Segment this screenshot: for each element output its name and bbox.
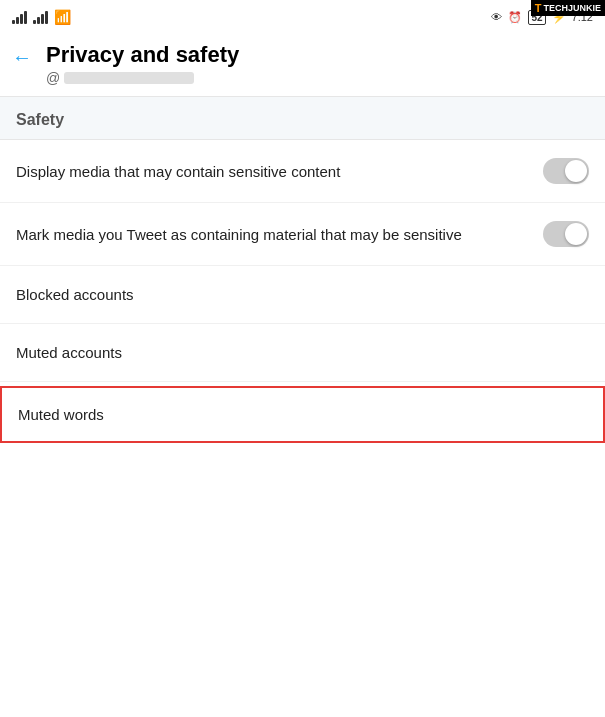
- tj-label: TECHJUNKIE: [543, 3, 601, 13]
- alarm-icon: ⏰: [508, 11, 522, 24]
- at-symbol: @: [46, 70, 60, 86]
- setting-display-media-text: Display media that may contain sensitive…: [16, 161, 340, 182]
- setting-display-media[interactable]: Display media that may contain sensitive…: [0, 140, 605, 203]
- safety-section-header: Safety: [0, 97, 605, 140]
- header-username: @: [46, 70, 239, 86]
- setting-muted-words-text: Muted words: [18, 404, 104, 425]
- settings-list: Display media that may contain sensitive…: [0, 140, 605, 443]
- page-title: Privacy and safety: [46, 42, 239, 68]
- section-title: Safety: [16, 111, 589, 129]
- eye-icon: 👁: [491, 11, 502, 23]
- page-header: ← Privacy and safety @: [0, 32, 605, 97]
- signal-icon-2: [33, 10, 48, 24]
- status-bar: 📶 👁 ⏰ 52 ⚡ 7:12: [0, 0, 605, 32]
- wifi-icon: 📶: [54, 9, 71, 25]
- signal-icon-1: [12, 10, 27, 24]
- setting-muted-words[interactable]: Muted words: [0, 386, 605, 443]
- setting-mark-media[interactable]: Mark media you Tweet as containing mater…: [0, 203, 605, 266]
- setting-blocked-accounts-text: Blocked accounts: [16, 284, 134, 305]
- back-button[interactable]: ←: [12, 46, 32, 69]
- setting-muted-accounts[interactable]: Muted accounts: [0, 324, 605, 382]
- username-placeholder: [64, 72, 194, 84]
- status-left: 📶: [12, 9, 71, 25]
- toggle-display-media[interactable]: [543, 158, 589, 184]
- tj-t: T: [535, 2, 542, 14]
- setting-mark-media-text: Mark media you Tweet as containing mater…: [16, 224, 462, 245]
- setting-muted-accounts-text: Muted accounts: [16, 342, 122, 363]
- setting-blocked-accounts[interactable]: Blocked accounts: [0, 266, 605, 324]
- header-title-block: Privacy and safety @: [46, 42, 239, 86]
- toggle-mark-media[interactable]: [543, 221, 589, 247]
- techjunkie-badge: T TECHJUNKIE: [531, 0, 605, 16]
